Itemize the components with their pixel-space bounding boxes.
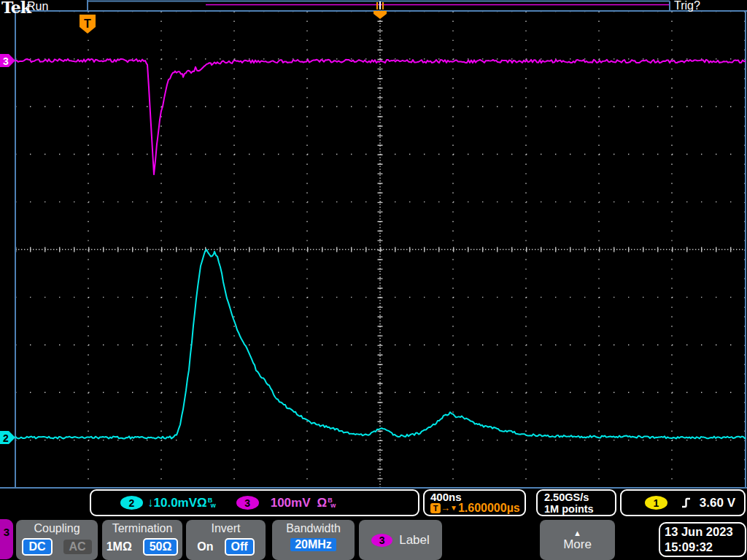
sample-rate: 2.50GS/s [544, 491, 589, 503]
horizontal-readout-box[interactable]: 400ns T → ▼ 1.600000µs [423, 489, 526, 516]
termination-button[interactable]: Termination 1MΩ 50Ω [102, 520, 182, 560]
trigger-source-badge: 1 [645, 496, 667, 510]
svg-text:3: 3 [3, 55, 9, 67]
ch3-impedance: Ω [317, 496, 328, 510]
bandwidth-title: Bandwidth [286, 522, 341, 535]
invert-title: Invert [211, 522, 240, 535]
more-button[interactable]: ▲ More [540, 520, 615, 560]
datetime-display: 13 Jun 2023 15:09:32 [659, 522, 746, 557]
graticule-grid [15, 12, 745, 489]
ch2-invert-arrow-icon: ↓ [147, 496, 154, 510]
invert-on-option[interactable]: On [197, 540, 213, 553]
termination-title: Termination [112, 522, 173, 535]
time-text: 15:09:32 [665, 540, 745, 555]
bw-w: w [330, 503, 336, 508]
trigger-position-marker[interactable]: T [80, 15, 96, 34]
ch3-scale: 100mV [271, 496, 311, 510]
ch2-impedance: Ω [197, 496, 207, 510]
bandwidth-value[interactable]: 20MHz [290, 538, 336, 551]
ch2-badge: 2 [120, 496, 143, 510]
bw-w: w [211, 503, 216, 508]
svg-text:T: T [84, 18, 91, 30]
termination-1m-option[interactable]: 1MΩ [107, 540, 132, 553]
expansion-marker-icon: ▼ [450, 502, 457, 514]
label-ch3-badge: 3 [371, 534, 392, 547]
acquisition-readout-box[interactable]: 2.50GS/s 1M points [536, 489, 616, 516]
date-text: 13 Jun 2023 [665, 524, 745, 540]
oscilloscope-screen: T 3 2 Tek Run Trig? 2 ↓ 10.0mV Ω Bw 3 10… [0, 0, 747, 560]
timebase-scale: 400ns [430, 491, 462, 502]
acquisition-status: Run [27, 0, 48, 13]
arrow-right-icon: → [441, 502, 450, 514]
ch3-badge: 3 [236, 496, 259, 510]
horizontal-delay: 1.600000µs [458, 502, 520, 514]
svg-text:2: 2 [3, 432, 9, 444]
ch3-ground-marker[interactable]: 3 [0, 54, 15, 67]
graticule-display: T 3 2 [0, 0, 747, 489]
trigger-status: Trig? [674, 0, 700, 12]
trigger-level: 3.60 V [700, 496, 735, 510]
coupling-button[interactable]: Coupling DC AC [16, 520, 98, 560]
coupling-ac-option[interactable]: AC [63, 540, 92, 554]
ch2-bandwidth-limit-icon: Bw [208, 498, 216, 508]
label-text: Label [399, 533, 430, 548]
rising-edge-icon [680, 497, 692, 509]
chevron-up-icon: ▲ [573, 529, 581, 537]
ch2-scale: 10.0mV [154, 496, 198, 510]
trigger-t-icon: T [430, 503, 441, 513]
coupling-dc-option[interactable]: DC [22, 538, 52, 556]
menu-channel-tab[interactable]: 3 [0, 519, 13, 559]
coupling-title: Coupling [34, 522, 80, 535]
more-text: More [563, 537, 592, 552]
ch3-bandwidth-limit-icon: Bw [328, 498, 336, 508]
channel-readouts-box[interactable]: 2 ↓ 10.0mV Ω Bw 3 100mV Ω Bw [90, 489, 419, 516]
bandwidth-button[interactable]: Bandwidth 20MHz [272, 520, 355, 560]
label-button[interactable]: 3 Label [359, 520, 442, 560]
graticule-frame [0, 0, 747, 488]
ch2-ground-marker[interactable]: 2 [0, 431, 15, 444]
record-length: 1M points [544, 503, 594, 515]
trigger-readout-box[interactable]: 1 3.60 V [620, 489, 746, 516]
invert-button[interactable]: Invert On Off [186, 520, 266, 560]
invert-off-option[interactable]: Off [225, 538, 255, 556]
termination-50-option[interactable]: 50Ω [143, 538, 179, 556]
